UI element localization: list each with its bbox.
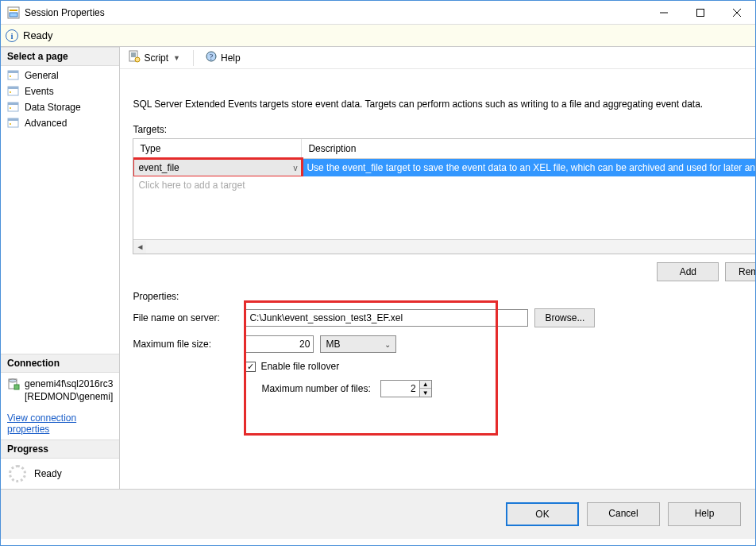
progress-text: Ready (34, 468, 62, 479)
targets-label: Targets: (133, 124, 756, 135)
maxfiles-spinner[interactable]: ▲ ▼ (380, 380, 432, 397)
svg-point-9 (10, 76, 11, 77)
rollover-checkbox[interactable]: ✓ Enable file rollover (245, 361, 756, 372)
filename-input[interactable] (245, 309, 528, 327)
minimize-button[interactable] (646, 1, 682, 25)
maxfiles-input[interactable] (380, 380, 420, 397)
sidebar-section-connection: Connection (1, 354, 119, 373)
intro-text: SQL Server Extended Events targets store… (133, 98, 756, 111)
sidebar: Select a page General Events Data Storag… (1, 47, 120, 489)
info-icon: i (6, 29, 18, 42)
app-icon (7, 6, 20, 19)
script-icon (128, 50, 141, 65)
svg-rect-4 (697, 9, 704, 16)
view-connection-properties-link[interactable]: View connection properties (7, 412, 76, 435)
chevron-down-icon: ▼ (172, 54, 182, 62)
svg-point-18 (10, 123, 11, 125)
nav-label: General (25, 70, 59, 81)
target-description-cell: Use the event_file target to save the ev… (302, 159, 756, 176)
chevron-down-icon: ⌄ (384, 340, 391, 349)
svg-rect-11 (8, 87, 18, 89)
nav-label: Events (25, 86, 54, 97)
targets-table: Type Description event_file v Use the ev… (133, 138, 756, 254)
table-row-placeholder[interactable]: Click here to add a target (133, 176, 756, 194)
nav-list: General Events Data Storage Advanced (1, 66, 119, 133)
maxsize-label: Maximum file size: (133, 339, 245, 350)
svg-text:?: ? (210, 52, 214, 61)
svg-rect-2 (10, 13, 17, 17)
help-button[interactable]: ? Help (202, 48, 244, 67)
cancel-button[interactable]: Cancel (587, 502, 660, 526)
ok-button[interactable]: OK (506, 502, 579, 526)
target-type-combo[interactable]: event_file v (133, 159, 302, 176)
target-type-value: event_file (138, 162, 179, 173)
add-button[interactable]: Add (657, 262, 719, 281)
maxsize-unit-value: MB (326, 339, 340, 350)
sidebar-section-progress: Progress (1, 440, 119, 459)
svg-point-12 (10, 91, 11, 93)
svg-point-15 (10, 107, 11, 109)
page-icon (7, 101, 20, 114)
help-button-footer[interactable]: Help (668, 502, 741, 526)
maxfiles-label: Maximum number of files: (261, 383, 370, 394)
status-text: Ready (23, 29, 53, 41)
server-icon (7, 378, 20, 393)
maxsize-unit-select[interactable]: MB ⌄ (320, 335, 396, 353)
page-icon (7, 117, 20, 130)
connection-info: genemi4f\sql2016rc3 [REDMOND\genemi] (1, 373, 119, 408)
rollover-label: Enable file rollover (260, 361, 339, 372)
th-type[interactable]: Type (133, 139, 302, 158)
spin-down-icon[interactable]: ▼ (420, 389, 431, 397)
svg-point-23 (135, 57, 140, 62)
scroll-left-icon[interactable]: ◄ (133, 241, 146, 254)
toolbar: Script ▼ ? Help (120, 47, 756, 69)
chevron-down-icon[interactable]: v (293, 164, 297, 172)
filename-label: File name on server: (133, 312, 245, 323)
placeholder-cell[interactable]: Click here to add a target (133, 176, 756, 194)
spin-up-icon[interactable]: ▲ (420, 381, 431, 389)
help-label: Help (221, 52, 241, 64)
main-panel: Script ▼ ? Help SQL Server Extended Even… (120, 47, 756, 489)
help-icon: ? (205, 50, 218, 65)
page-icon (7, 69, 20, 82)
connection-user: [REDMOND\genemi] (25, 390, 113, 403)
checkbox-icon: ✓ (245, 362, 256, 372)
script-button[interactable]: Script ▼ (125, 48, 185, 67)
nav-label: Data Storage (25, 102, 81, 113)
dialog-footer: OK Cancel Help (1, 489, 755, 539)
svg-rect-17 (8, 118, 18, 121)
th-description[interactable]: Description (302, 139, 756, 158)
connection-server: genemi4f\sql2016rc3 (25, 378, 113, 390)
browse-button[interactable]: Browse... (534, 308, 595, 327)
toolbar-separator (193, 50, 194, 66)
table-row[interactable]: event_file v Use the event_file target t… (133, 159, 756, 176)
svg-point-20 (9, 379, 17, 382)
script-label: Script (144, 52, 168, 64)
properties-label: Properties: (133, 291, 756, 302)
titlebar: Session Properties (1, 1, 755, 25)
close-button[interactable] (719, 1, 755, 25)
progress-spinner-icon (9, 465, 26, 482)
page-icon (7, 85, 20, 98)
nav-item-data-storage[interactable]: Data Storage (1, 99, 119, 115)
svg-rect-14 (8, 103, 18, 105)
nav-item-general[interactable]: General (1, 68, 119, 83)
svg-rect-21 (14, 385, 19, 389)
status-bar: i Ready (1, 25, 755, 47)
nav-label: Advanced (25, 118, 67, 129)
sidebar-section-page: Select a page (1, 47, 119, 66)
window-title: Session Properties (25, 7, 646, 18)
svg-rect-8 (8, 71, 18, 73)
nav-item-advanced[interactable]: Advanced (1, 115, 119, 131)
remove-button[interactable]: Remove (725, 262, 756, 281)
maximize-button[interactable] (682, 1, 719, 25)
svg-rect-1 (10, 10, 17, 11)
nav-item-events[interactable]: Events (1, 83, 119, 99)
maxsize-input[interactable] (245, 335, 314, 353)
horizontal-scrollbar[interactable]: ◄ ► (133, 239, 756, 254)
